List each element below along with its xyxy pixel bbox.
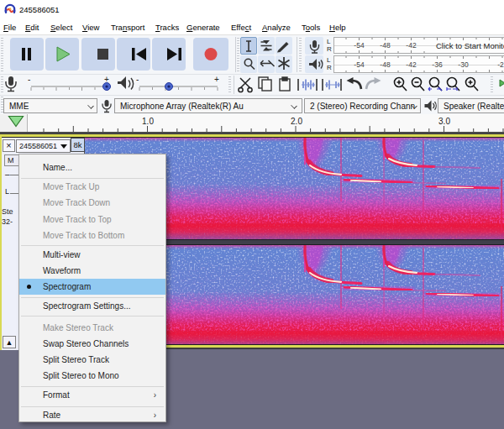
svg-text:+: + (214, 75, 219, 84)
svg-text:-30: -30 (458, 60, 469, 69)
svg-text:-54: -54 (354, 41, 365, 50)
svg-text:-36: -36 (432, 60, 443, 69)
svg-text:-42: -42 (406, 60, 417, 69)
svg-text:-: - (136, 75, 139, 84)
svg-text:-54: -54 (354, 60, 365, 69)
svg-text:-48: -48 (380, 41, 391, 50)
svg-text:-42: -42 (406, 41, 417, 50)
svg-text:Click to Start Monitori: Click to Start Monitori (436, 41, 504, 50)
svg-text:-48: -48 (380, 60, 391, 69)
svg-text:-: - (28, 75, 30, 84)
svg-text:-2: -2 (497, 60, 504, 69)
svg-text:1.0: 1.0 (142, 117, 154, 126)
svg-text:3.0: 3.0 (438, 117, 450, 126)
svg-text:2.0: 2.0 (291, 117, 302, 126)
